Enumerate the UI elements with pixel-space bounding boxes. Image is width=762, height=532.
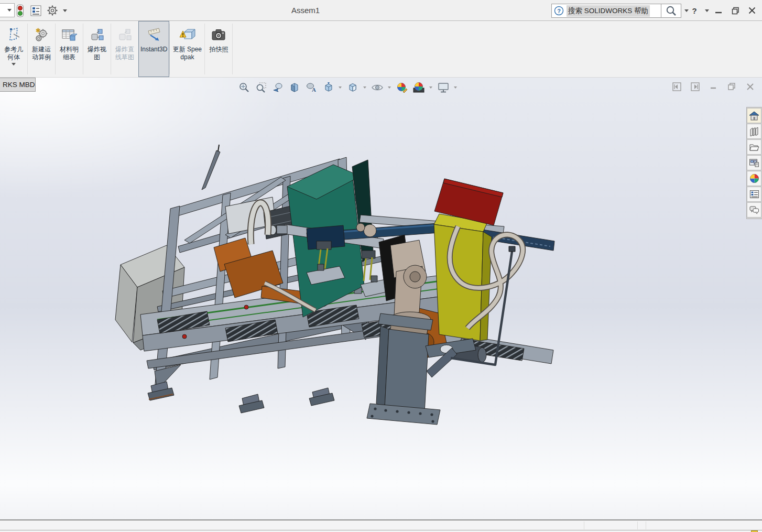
document-minimize-button[interactable] — [709, 82, 718, 91]
minimize-button[interactable] — [712, 4, 725, 17]
appearances-sphere-icon — [749, 173, 759, 183]
close-button[interactable] — [745, 4, 759, 17]
search-input[interactable]: ? 搜索 SOLIDWORKS 帮助 — [551, 4, 661, 18]
view-palette-icon — [749, 158, 759, 168]
command-manager-ribbon: 参考几何体 ✱ 新建运动算例 — [0, 21, 762, 78]
hide-show-items-icon[interactable] — [371, 81, 384, 94]
apply-scene-caret[interactable] — [429, 86, 432, 89]
document-close-button[interactable] — [745, 82, 755, 91]
taskpane-appearances-tab[interactable] — [747, 171, 761, 186]
search-button[interactable] — [661, 4, 681, 18]
design-library-icon — [749, 127, 759, 136]
view-orientation-caret[interactable] — [339, 86, 342, 89]
help-circle-icon: ? — [554, 6, 564, 16]
hide-show-items-caret[interactable] — [388, 86, 391, 89]
quick-access-combobox[interactable] — [0, 3, 15, 17]
zoom-to-area-icon[interactable] — [254, 81, 267, 94]
view-settings-caret[interactable] — [454, 86, 457, 89]
edit-appearance-icon[interactable] — [395, 81, 408, 94]
bill-of-materials-button[interactable]: 材料明细表 — [56, 21, 83, 77]
take-snapshot-button[interactable]: 拍快照 — [205, 21, 232, 77]
display-style-icon[interactable] — [346, 81, 359, 94]
forum-chat-icon — [749, 205, 759, 214]
graphics-viewport[interactable]: RKS MBD A — [0, 78, 762, 520]
previous-document-tab-icon[interactable] — [672, 82, 681, 91]
taskpane-forum-tab[interactable] — [747, 202, 761, 218]
next-document-tab-icon[interactable] — [690, 82, 700, 91]
bom-table-icon — [61, 26, 78, 45]
explode-line-sketch-icon — [116, 26, 133, 45]
camera-icon — [210, 26, 227, 45]
new-motion-study-button[interactable]: ✱ 新建运动算例 — [28, 21, 55, 77]
motion-study-icon: ✱ — [33, 26, 50, 45]
task-pane-strip — [746, 107, 762, 219]
view-settings-icon[interactable] — [437, 81, 450, 94]
custom-properties-icon — [749, 190, 759, 199]
view-orientation-icon[interactable] — [321, 81, 334, 94]
title-bar: Assem1 ? 搜索 SOLIDWORKS 帮助 ? — [0, 0, 762, 21]
exploded-view-icon — [89, 26, 105, 45]
chevron-down-icon — [7, 9, 12, 12]
taskpane-custom-properties-tab[interactable] — [747, 187, 761, 202]
explode-line-sketch-button: 爆炸直线草图 — [111, 21, 138, 77]
search-placeholder-text: 搜索 SOLIDWORKS 帮助 — [567, 5, 650, 17]
update-speedpak-icon — [178, 26, 196, 45]
taskpane-home-tab[interactable] — [747, 108, 761, 123]
document-window-controls — [672, 82, 755, 91]
status-bar — [0, 520, 762, 532]
assembly-3d-model[interactable] — [0, 78, 762, 520]
previous-view-icon[interactable] — [271, 81, 284, 94]
update-speedpak-button[interactable]: 更新 Speedpak — [170, 21, 204, 77]
instant3d-icon — [145, 26, 164, 45]
heads-up-view-toolbar: A — [237, 81, 458, 94]
section-view-icon[interactable] — [288, 81, 301, 94]
command-tab-solidworks-mbd[interactable]: RKS MBD — [0, 78, 36, 92]
reference-geometry-dropdown-caret[interactable] — [12, 63, 16, 66]
document-title: Assem1 — [291, 6, 320, 15]
restore-button[interactable] — [728, 4, 742, 17]
help-button[interactable]: ? — [688, 4, 701, 17]
home-icon — [749, 111, 759, 121]
exploded-view-button[interactable]: 爆炸视图 — [83, 21, 111, 77]
instant3d-button[interactable]: Instant3D — [138, 21, 169, 77]
folder-icon — [749, 143, 759, 151]
display-style-caret[interactable] — [363, 86, 366, 89]
gear-dropdown-caret[interactable] — [59, 4, 71, 17]
svg-text:A: A — [312, 86, 316, 93]
zoom-to-fit-icon[interactable] — [237, 81, 251, 94]
taskpane-view-palette-tab[interactable] — [747, 155, 761, 170]
search-icon — [666, 5, 677, 17]
command-list-icon[interactable] — [29, 4, 42, 17]
reference-geometry-button[interactable]: 参考几何体 — [0, 21, 27, 77]
apply-scene-icon[interactable] — [412, 81, 425, 94]
reference-geometry-icon — [6, 26, 21, 45]
document-restore-button[interactable] — [727, 82, 736, 91]
taskpane-file-explorer-tab[interactable] — [747, 139, 761, 155]
traffic-light-icon[interactable] — [14, 4, 26, 17]
dynamic-annotation-views-icon[interactable]: A — [304, 81, 318, 94]
gear-icon[interactable] — [46, 4, 59, 17]
svg-text:?: ? — [557, 8, 561, 14]
taskpane-design-library-tab[interactable] — [747, 124, 761, 139]
